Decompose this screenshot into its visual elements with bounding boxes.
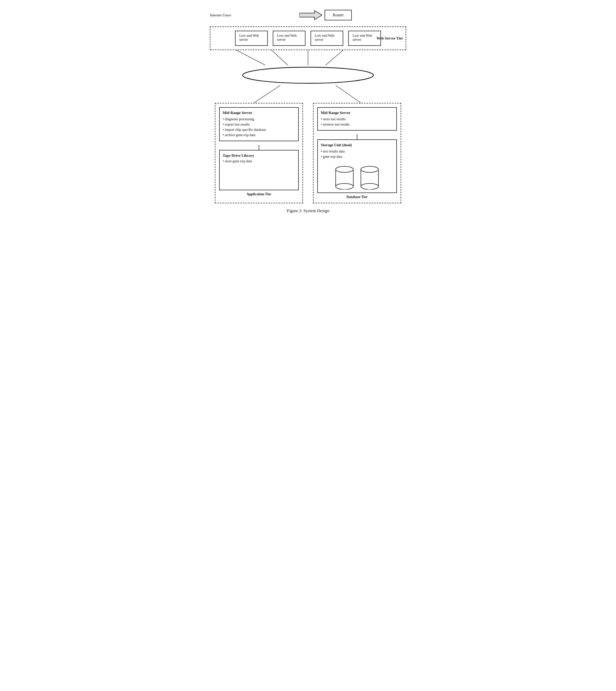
storage-unit-title: Storage Unit (dual): [321, 143, 393, 147]
network-ellipse: [238, 65, 378, 85]
db-mid-range-box: Mid Range Server • store test results • …: [317, 107, 397, 131]
svg-point-5: [243, 67, 373, 83]
web-server-box-3: Low end Web server: [310, 31, 343, 46]
svg-line-6: [254, 85, 280, 103]
db-tier-container: Mid Range Server • store test results • …: [313, 103, 401, 203]
db-mid-range-item-1: • store test results: [321, 116, 393, 122]
app-mid-range-item-2: • export test results: [223, 122, 295, 127]
web-server-box-4: Low end Web server: [348, 31, 381, 46]
storage-unit-item-2: • gene exp data: [321, 154, 393, 159]
cylinder-icon-1: [334, 164, 355, 190]
app-vertical-line: [259, 145, 259, 150]
web-server-label-4: Low end Web server: [353, 34, 372, 42]
app-tier-container: Mid Range Server • diagnosis processing …: [215, 103, 303, 203]
internet-users-label: Internet Users: [210, 13, 231, 17]
app-tier-label: Application Tier: [219, 192, 299, 196]
system-diagram: Internet Users Router Low end Web server…: [210, 7, 406, 214]
svg-line-4: [326, 50, 343, 65]
svg-point-12: [361, 166, 378, 172]
svg-point-9: [336, 166, 353, 172]
web-server-tier-label: Web Server Tier: [376, 36, 403, 41]
app-mid-range-box: Mid Range Server • diagnosis processing …: [219, 107, 299, 141]
tape-drive-title: Tape Drive Library: [223, 154, 295, 158]
web-server-box-1: Low end Web server: [235, 31, 268, 46]
svg-marker-0: [300, 10, 322, 20]
web-server-tier-container: Low end Web server Low end Web server Lo…: [210, 26, 406, 50]
figure-caption: Figure 2: System Design: [210, 208, 406, 214]
db-vertical-line: [357, 134, 357, 139]
app-inner-connector: [219, 145, 299, 150]
web-to-ellipse-connectors: [210, 50, 406, 65]
svg-line-2: [271, 50, 288, 65]
cylinder-icon-2: [359, 164, 380, 190]
svg-line-1: [236, 50, 265, 65]
tape-drive-box: Tape Drive Library • store gene exp data: [219, 150, 299, 190]
web-server-label-2: Low end Web server: [277, 34, 297, 42]
router-box: Router: [325, 10, 352, 20]
app-mid-range-item-3: • import chip specific database: [223, 127, 295, 132]
storage-unit-box: Storage Unit (dual) • test results data …: [317, 139, 397, 193]
web-servers-row: Low end Web server Low end Web server Lo…: [214, 31, 402, 46]
web-server-box-2: Low end Web server: [273, 31, 306, 46]
web-server-label-3: Low end Web server: [315, 34, 334, 42]
ellipse-to-tiers-svg: [210, 85, 406, 103]
db-tier-label: Database Tier: [317, 195, 397, 199]
svg-point-13: [361, 183, 378, 190]
network-ellipse-container: [210, 65, 406, 85]
ellipse-to-tiers-connectors: [210, 85, 406, 103]
svg-line-7: [336, 85, 361, 103]
app-mid-range-item-4: • archive gene exp data: [223, 132, 295, 138]
storage-unit-item-1: • test results data: [321, 149, 393, 154]
db-mid-range-item-2: • retrieve test results: [321, 122, 393, 127]
connector-lines-svg: [210, 50, 406, 65]
router-label: Router: [333, 13, 344, 17]
arrow-icon: [300, 10, 322, 20]
web-server-label-1: Low end Web server: [239, 34, 259, 42]
tape-drive-item-1: • store gene exp data: [223, 159, 295, 163]
cylinders-row: [321, 164, 393, 190]
db-inner-connector: [317, 134, 397, 139]
top-section: Internet Users Router: [210, 7, 406, 23]
tiers-row: Mid Range Server • diagnosis processing …: [210, 103, 406, 203]
app-mid-range-item-1: • diagnosis processing: [223, 116, 295, 122]
db-mid-range-title: Mid Range Server: [321, 111, 393, 115]
svg-point-10: [336, 183, 353, 190]
app-mid-range-title: Mid Range Server: [223, 111, 295, 115]
